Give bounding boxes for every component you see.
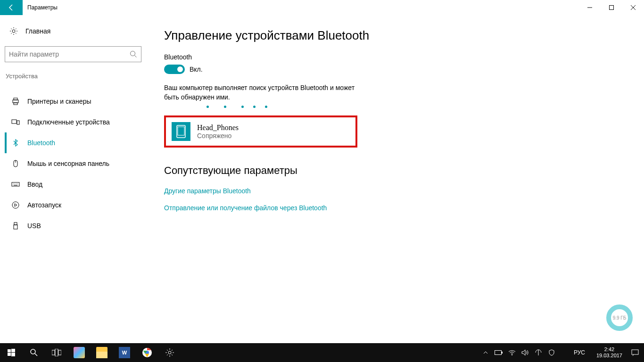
action-center-icon[interactable] bbox=[631, 349, 639, 356]
svg-point-10 bbox=[12, 202, 19, 208]
clock-date: 19.03.2017 bbox=[596, 353, 622, 359]
svg-rect-22 bbox=[58, 350, 61, 355]
device-name: Head_Phones bbox=[197, 123, 239, 132]
tray-app-icon[interactable] bbox=[534, 349, 543, 356]
usb-icon bbox=[11, 222, 21, 230]
close-button[interactable] bbox=[622, 0, 644, 15]
nav-printers[interactable]: Принтеры и сканеры bbox=[5, 91, 141, 112]
clock-time: 2:42 bbox=[596, 346, 622, 353]
settings-search[interactable] bbox=[5, 46, 141, 62]
taskbar: W РУС 2:42 19.03.2017 bbox=[0, 343, 644, 362]
search-status-text: Ваш компьютер выполняет поиск устройств … bbox=[164, 83, 367, 102]
svg-rect-20 bbox=[52, 350, 55, 355]
link-more-bluetooth[interactable]: Другие параметры Bluetooth bbox=[164, 187, 369, 195]
nav-typing[interactable]: Ввод bbox=[5, 174, 141, 195]
svg-rect-7 bbox=[17, 121, 19, 124]
svg-rect-5 bbox=[14, 103, 17, 105]
svg-point-25 bbox=[168, 351, 171, 354]
nav-autoplay[interactable]: Автозапуск bbox=[5, 195, 141, 215]
taskbar-app-word[interactable]: W bbox=[113, 343, 136, 362]
search-input[interactable] bbox=[9, 50, 130, 58]
tray-chevron-up-icon[interactable] bbox=[481, 350, 490, 355]
tray-wifi-icon[interactable] bbox=[508, 350, 516, 355]
taskbar-app-settings[interactable] bbox=[158, 343, 181, 362]
category-label: Устройства bbox=[5, 73, 141, 80]
svg-rect-18 bbox=[11, 353, 15, 356]
nav-usb[interactable]: USB bbox=[5, 215, 141, 236]
progress-dots bbox=[164, 106, 369, 108]
tray-defender-icon[interactable] bbox=[547, 349, 556, 356]
nav-bluetooth[interactable]: Bluetooth bbox=[5, 132, 141, 153]
tray-battery-icon[interactable] bbox=[495, 350, 503, 355]
related-heading: Сопутствующие параметры bbox=[164, 165, 369, 177]
gear-icon bbox=[9, 27, 19, 35]
svg-rect-0 bbox=[610, 6, 614, 10]
taskbar-app-explorer[interactable] bbox=[91, 343, 113, 362]
svg-rect-26 bbox=[495, 351, 501, 355]
nav-label: USB bbox=[27, 222, 41, 230]
bluetooth-label: Bluetooth bbox=[164, 53, 369, 61]
nav-label: Автозапуск bbox=[27, 201, 61, 209]
svg-rect-21 bbox=[55, 349, 58, 356]
link-send-receive-files[interactable]: Отправление или получение файлов через B… bbox=[164, 204, 369, 212]
autoplay-icon bbox=[11, 201, 21, 209]
svg-rect-14 bbox=[178, 127, 184, 135]
storage-badge[interactable]: 9.9 ГБ bbox=[606, 304, 633, 331]
home-label: Главная bbox=[25, 27, 50, 35]
phone-icon bbox=[172, 122, 190, 141]
search-icon bbox=[130, 50, 137, 58]
printer-icon bbox=[11, 97, 21, 106]
toggle-state: Вкл. bbox=[190, 66, 203, 73]
minimize-button[interactable] bbox=[579, 0, 601, 15]
badge-text: 9.9 ГБ bbox=[613, 315, 627, 321]
home-nav[interactable]: Главная bbox=[5, 24, 141, 39]
svg-point-1 bbox=[12, 30, 15, 33]
taskbar-app-chrome[interactable] bbox=[136, 343, 158, 362]
svg-rect-4 bbox=[14, 98, 17, 100]
svg-rect-12 bbox=[14, 225, 17, 229]
svg-point-2 bbox=[131, 51, 135, 56]
taskbar-app-paint[interactable] bbox=[68, 343, 91, 362]
bluetooth-icon bbox=[11, 139, 21, 147]
nav-connected-devices[interactable]: Подключенные устройства bbox=[5, 112, 141, 132]
svg-rect-3 bbox=[13, 100, 18, 103]
nav-label: Ввод bbox=[27, 181, 42, 188]
nav-label: Мышь и сенсорная панель bbox=[27, 160, 109, 167]
nav-label: Подключенные устройства bbox=[27, 118, 110, 126]
keyboard-icon bbox=[11, 180, 21, 189]
nav-label: Принтеры и сканеры bbox=[27, 98, 91, 105]
language-indicator[interactable]: РУС bbox=[571, 349, 588, 356]
svg-rect-16 bbox=[11, 349, 15, 352]
search-task-button[interactable] bbox=[23, 343, 45, 362]
devices-icon bbox=[11, 118, 21, 126]
nav-label: Bluetooth bbox=[27, 139, 55, 147]
svg-point-28 bbox=[512, 354, 512, 355]
svg-rect-17 bbox=[8, 353, 11, 356]
main-content: Управление устройствами Bluetooth Blueto… bbox=[141, 15, 369, 343]
device-state: Сопряжено bbox=[197, 132, 239, 140]
nav-mouse[interactable]: Мышь и сенсорная панель bbox=[5, 153, 141, 174]
svg-rect-29 bbox=[632, 350, 638, 354]
bluetooth-toggle[interactable] bbox=[164, 65, 185, 74]
svg-rect-11 bbox=[14, 222, 17, 225]
clock[interactable]: 2:42 19.03.2017 bbox=[593, 346, 626, 359]
device-item[interactable]: Head_Phones Сопряжено bbox=[164, 115, 357, 148]
task-view-button[interactable] bbox=[45, 343, 68, 362]
maximize-button[interactable] bbox=[601, 0, 622, 15]
mouse-icon bbox=[11, 159, 21, 168]
toggle-knob bbox=[177, 66, 183, 72]
tray-volume-icon[interactable] bbox=[521, 349, 529, 356]
start-button[interactable] bbox=[0, 343, 23, 362]
svg-rect-9 bbox=[12, 182, 19, 186]
svg-rect-27 bbox=[502, 352, 503, 354]
svg-rect-15 bbox=[8, 349, 11, 352]
svg-rect-13 bbox=[177, 125, 185, 138]
sidebar: Главная Устройства Принтеры и сканеры По… bbox=[0, 15, 141, 343]
window-title: Параметры bbox=[23, 4, 58, 11]
svg-rect-6 bbox=[12, 120, 17, 123]
page-heading: Управление устройствами Bluetooth bbox=[164, 28, 369, 43]
svg-point-19 bbox=[31, 349, 35, 354]
back-button[interactable] bbox=[0, 0, 23, 15]
